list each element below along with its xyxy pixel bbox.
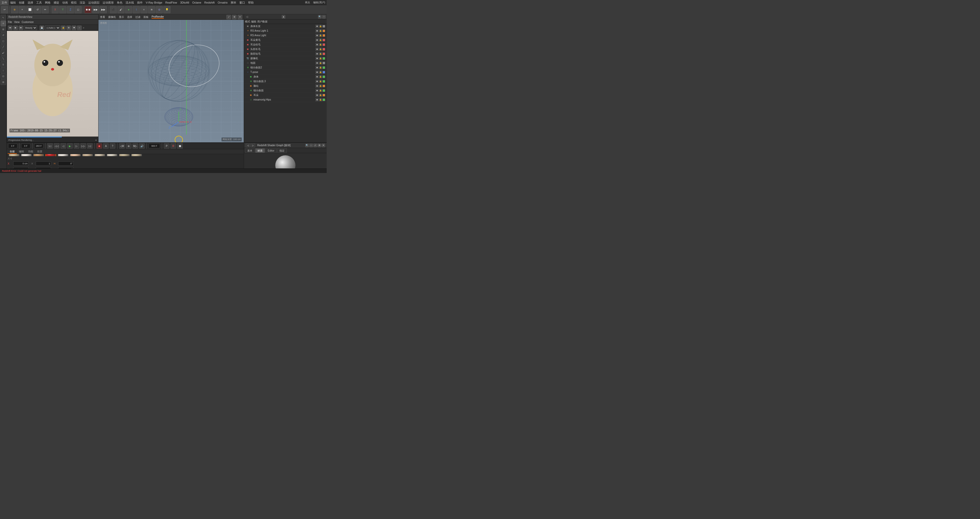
- viewport-canvas[interactable]: 透视图 网格深度: 100 cm: [99, 20, 244, 142]
- object-lock-btn[interactable]: 🔒: [319, 25, 322, 28]
- sidebar-move[interactable]: ✛: [0, 21, 6, 26]
- menu-item-tools[interactable]: 工具: [35, 0, 43, 5]
- menu-item-render[interactable]: 渲染: [78, 0, 87, 5]
- shader-tab-assign[interactable]: 指定: [277, 148, 287, 153]
- material-item[interactable]: 头部: [119, 154, 130, 156]
- light-btn[interactable]: 💡: [163, 6, 170, 13]
- scene-item[interactable]: ▣脑站◉🔒: [244, 84, 327, 88]
- vp-tab-prorender[interactable]: ProRender: [151, 15, 164, 19]
- shader-settings-btn[interactable]: ⚙: [318, 144, 321, 147]
- rp-tab-userdata[interactable]: 用户数据: [257, 20, 267, 24]
- object-lock-btn[interactable]: 🔒: [319, 62, 322, 65]
- object-visibility-btn[interactable]: ◉: [315, 75, 318, 78]
- object-lock-btn[interactable]: 🔒: [319, 89, 322, 92]
- menu-right-again[interactable]: 再次: [304, 0, 312, 5]
- menu-item-pipeline[interactable]: 流水线: [124, 0, 135, 5]
- lower-tab-appreciate[interactable]: 欣赏: [35, 149, 45, 154]
- vp-tab-select[interactable]: 选择: [127, 15, 132, 19]
- auto-key-btn[interactable]: A: [103, 143, 109, 149]
- object-lock-btn[interactable]: 🔒: [319, 57, 322, 60]
- menu-right-user[interactable]: 编辑(用户): [312, 0, 327, 5]
- shader-more-btn[interactable]: ⋯: [309, 144, 313, 147]
- scene-item[interactable]: ▣耳朵棕毛◉🔒: [244, 42, 327, 47]
- scene-item[interactable]: ▣头部长毛◉🔒: [244, 47, 327, 51]
- object-lock-btn[interactable]: 🔒: [319, 80, 322, 83]
- layout-btn[interactable]: 🔲: [177, 143, 183, 149]
- menu-item-animate[interactable]: 动画: [61, 0, 69, 5]
- sidebar-scale[interactable]: ⊞: [0, 27, 6, 32]
- sidebar-weight[interactable]: ⊞: [0, 80, 6, 85]
- menu-item-window[interactable]: 窗口: [238, 0, 247, 5]
- menu-item-simulate[interactable]: 模拟: [69, 0, 78, 5]
- menu-item-realflow[interactable]: RealFlow: [164, 0, 179, 5]
- auto-dropdown[interactable]: ◁ Auto ▷: [45, 25, 60, 30]
- menu-item-plugins[interactable]: 插件: [135, 0, 144, 5]
- sidebar-object-sel[interactable]: ◻: [0, 38, 6, 44]
- rv-file[interactable]: File: [8, 21, 12, 24]
- frame-end-input[interactable]: [34, 144, 43, 148]
- go-start-btn[interactable]: |◁: [47, 143, 53, 149]
- object-lock-btn[interactable]: 🔒: [319, 52, 322, 56]
- scene-item[interactable]: ▣耳朵黄毛◉🔒: [244, 38, 327, 42]
- material-item[interactable]: 耳朵棕: [33, 154, 44, 156]
- shader-search-btn[interactable]: 🔍: [305, 144, 309, 147]
- play-btn2[interactable]: ▶▶: [100, 6, 107, 13]
- undo-button[interactable]: ↩: [1, 6, 8, 13]
- camera-btn[interactable]: ⊙: [156, 6, 163, 13]
- sphere-btn[interactable]: ●: [125, 6, 132, 13]
- vp-tab-display[interactable]: 显示: [119, 15, 124, 19]
- scene-item[interactable]: ▣身体长发◉🔒: [244, 24, 327, 29]
- sound-btn[interactable]: 🔊: [139, 143, 145, 149]
- sidebar-twist[interactable]: ↕: [0, 68, 6, 73]
- scene-item[interactable]: 📷摄像机◉🔒: [244, 56, 327, 61]
- material-item[interactable]: 身体皮: [94, 154, 105, 156]
- record-key-btn[interactable]: ⏺: [97, 143, 102, 149]
- pen-tool[interactable]: ✏: [41, 6, 49, 13]
- rv-expand-btn[interactable]: »: [83, 27, 84, 29]
- z-axis[interactable]: Z: [67, 6, 74, 13]
- material-item[interactable]: 头皮皮: [82, 154, 93, 156]
- sidebar-paint[interactable]: 🖌: [0, 50, 6, 56]
- object-visibility-btn[interactable]: ◉: [315, 48, 318, 51]
- menu-item-mograph[interactable]: 运动图形: [101, 0, 115, 5]
- object-visibility-btn[interactable]: ◉: [315, 34, 318, 37]
- nurbs-btn[interactable]: ⌗: [140, 6, 148, 13]
- object-visibility-btn[interactable]: ◉: [315, 89, 318, 92]
- move-tool[interactable]: ⊕: [11, 6, 18, 13]
- shader-tab-editor[interactable]: Editor: [266, 148, 277, 153]
- next-key-btn[interactable]: ▷▷: [80, 143, 86, 149]
- material-item[interactable]: 眼球: [45, 154, 56, 156]
- material-item[interactable]: 鼻子: [58, 154, 68, 156]
- object-lock-btn[interactable]: 🔒: [319, 43, 322, 46]
- menu-item-edit[interactable]: 编辑: [9, 0, 18, 5]
- render-seq-btn[interactable]: R: [170, 143, 176, 149]
- menu-item-script[interactable]: 脚本: [229, 0, 238, 5]
- scene-item[interactable]: ▣身体◉🔒: [244, 75, 327, 79]
- object-lock-btn[interactable]: 🔒: [319, 71, 322, 74]
- spline-btn[interactable]: ⌇: [133, 6, 140, 13]
- rv-prev-btn[interactable]: ⏮: [8, 25, 13, 30]
- rv-customize[interactable]: Customize: [22, 21, 34, 24]
- object-visibility-btn[interactable]: ◉: [315, 52, 318, 56]
- material-item[interactable]: 身体: [9, 154, 19, 156]
- scene-item[interactable]: ☀RS Area Light 1◉🔒: [244, 29, 327, 33]
- scene-item[interactable]: ◇mixamorig:Hips◉🔒: [244, 97, 327, 102]
- shader-nav-next[interactable]: ▷: [251, 143, 255, 148]
- scene-item[interactable]: ⊞细分曲面◉🔒: [244, 88, 327, 93]
- object-lock-btn[interactable]: 🔒: [319, 48, 322, 51]
- rp-nav-left[interactable]: ◁: [245, 15, 249, 18]
- play-btn[interactable]: ▶: [67, 143, 73, 149]
- prev-frame-btn[interactable]: ◁: [60, 143, 66, 149]
- object-lock-btn[interactable]: 🔒: [319, 98, 322, 101]
- sidebar-texture[interactable]: ⊡: [0, 73, 6, 79]
- menu-item-character[interactable]: 角色: [115, 0, 124, 5]
- lower-tab-create[interactable]: 创建: [8, 149, 17, 154]
- scene-item[interactable]: ▣脸部短毛◉🔒: [244, 51, 327, 56]
- add-marker-btn[interactable]: ⊕: [126, 143, 131, 149]
- frame-current-input[interactable]: [21, 144, 30, 148]
- menu-item-redshift[interactable]: Redshift: [203, 0, 216, 5]
- rot-h-input[interactable]: [58, 161, 73, 166]
- object-visibility-btn[interactable]: ◉: [315, 94, 318, 97]
- sidebar-rotate[interactable]: ↺: [0, 32, 6, 38]
- beauty-dropdown[interactable]: Beauty: [24, 25, 37, 30]
